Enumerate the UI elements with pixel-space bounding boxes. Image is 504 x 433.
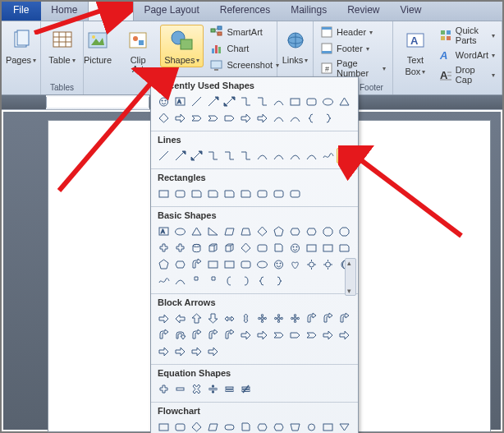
shape-item[interactable]: [205, 256, 221, 272]
tab-references[interactable]: References: [210, 2, 281, 21]
shape-item[interactable]: [254, 311, 270, 326]
shape-item[interactable]: [271, 256, 286, 272]
shape-item[interactable]: A: [172, 94, 188, 109]
clipart-button[interactable]: Clip Art: [121, 25, 155, 76]
shape-item[interactable]: [287, 223, 303, 239]
shape-item[interactable]: [254, 94, 270, 109]
shape-item[interactable]: [205, 343, 221, 359]
shape-item[interactable]: [189, 327, 204, 343]
shape-item[interactable]: [304, 419, 319, 433]
shape-item[interactable]: [271, 311, 286, 326]
shape-item[interactable]: [156, 240, 172, 256]
shape-item[interactable]: [189, 311, 204, 326]
tab-home[interactable]: Home: [41, 2, 88, 21]
shape-item[interactable]: [287, 94, 303, 109]
shape-item[interactable]: [222, 311, 237, 326]
shape-item[interactable]: A: [156, 223, 172, 239]
shape-item[interactable]: [287, 419, 303, 433]
shape-item[interactable]: [222, 256, 237, 272]
shape-item[interactable]: [320, 327, 336, 343]
shape-item[interactable]: [304, 311, 319, 326]
shape-item[interactable]: [287, 186, 303, 201]
pages-button[interactable]: Pages▾: [2, 25, 40, 67]
shape-item[interactable]: [238, 273, 254, 288]
shape-item[interactable]: [238, 223, 254, 239]
shape-item[interactable]: [156, 381, 172, 397]
shape-item[interactable]: [238, 419, 254, 433]
shape-item[interactable]: [304, 240, 319, 256]
shape-item[interactable]: [238, 94, 254, 109]
shape-item[interactable]: [287, 327, 303, 343]
shape-item[interactable]: [287, 148, 303, 164]
shape-item[interactable]: [205, 94, 221, 109]
shape-item[interactable]: [172, 186, 188, 201]
shape-item[interactable]: [254, 186, 270, 201]
shape-item[interactable]: [189, 240, 204, 256]
shape-item[interactable]: [205, 110, 221, 126]
shape-item[interactable]: [222, 186, 237, 201]
shapes-button[interactable]: Shapes▾: [160, 25, 204, 67]
shape-item[interactable]: [238, 256, 254, 272]
shape-item[interactable]: [238, 148, 254, 164]
shape-item[interactable]: [222, 94, 237, 109]
shape-item[interactable]: [254, 223, 270, 239]
shape-item[interactable]: [271, 273, 286, 288]
shape-item[interactable]: [172, 110, 188, 126]
shape-item[interactable]: [238, 240, 254, 256]
shape-item[interactable]: [172, 327, 188, 343]
shape-item[interactable]: [156, 273, 172, 288]
shape-item[interactable]: [254, 256, 270, 272]
shape-item[interactable]: [271, 110, 286, 126]
shape-item[interactable]: [205, 311, 221, 326]
shape-item[interactable]: [254, 419, 270, 433]
shape-item[interactable]: [238, 110, 254, 126]
shape-item[interactable]: [271, 186, 286, 201]
footer-button[interactable]: Footer ▾: [318, 41, 387, 56]
shape-item[interactable]: [304, 148, 319, 164]
shape-item[interactable]: [189, 419, 204, 433]
shape-item[interactable]: [172, 240, 188, 256]
shape-item[interactable]: [287, 240, 303, 256]
shape-item[interactable]: [337, 223, 352, 239]
shape-item[interactable]: [156, 343, 172, 359]
tab-mailings[interactable]: Mailings: [281, 2, 337, 21]
shape-item[interactable]: [156, 256, 172, 272]
shape-item[interactable]: [238, 381, 254, 397]
shape-item[interactable]: [271, 327, 286, 343]
shape-item[interactable]: [205, 381, 221, 397]
shape-item[interactable]: [222, 240, 237, 256]
shape-item[interactable]: [172, 343, 188, 359]
shape-item[interactable]: [172, 419, 188, 433]
shape-item[interactable]: [156, 148, 172, 164]
smartart-button[interactable]: SmartArt: [208, 25, 281, 39]
shape-item[interactable]: [172, 148, 188, 164]
tab-insert[interactable]: Insert: [88, 2, 134, 21]
shape-item[interactable]: [320, 223, 336, 239]
shape-item[interactable]: [304, 110, 319, 126]
shape-item[interactable]: [189, 343, 204, 359]
tab-view[interactable]: View: [391, 2, 433, 21]
shape-item[interactable]: [304, 256, 319, 272]
shape-item[interactable]: [337, 327, 352, 343]
shape-item[interactable]: [189, 381, 204, 397]
shape-item[interactable]: [189, 256, 204, 272]
header-button[interactable]: Header ▾: [318, 25, 387, 39]
shape-item[interactable]: [254, 148, 270, 164]
shape-item[interactable]: [337, 419, 352, 433]
shape-item[interactable]: [222, 273, 237, 288]
shape-item[interactable]: [304, 94, 319, 109]
shape-item[interactable]: [320, 110, 336, 126]
shape-item[interactable]: [172, 311, 188, 326]
shape-item[interactable]: [156, 327, 172, 343]
tab-page-layout[interactable]: Page Layout: [134, 2, 209, 21]
shape-item[interactable]: [337, 240, 352, 256]
screenshot-button[interactable]: Screenshot ▾: [208, 58, 281, 72]
shape-item[interactable]: [189, 186, 204, 201]
chart-button[interactable]: Chart: [208, 41, 281, 56]
shape-item[interactable]: [189, 94, 204, 109]
shape-item[interactable]: [156, 186, 172, 201]
shape-item[interactable]: [320, 240, 336, 256]
shape-item[interactable]: [222, 419, 237, 433]
dropcap-button[interactable]: ADrop Cap ▾: [438, 64, 497, 85]
shape-item[interactable]: [271, 148, 286, 164]
